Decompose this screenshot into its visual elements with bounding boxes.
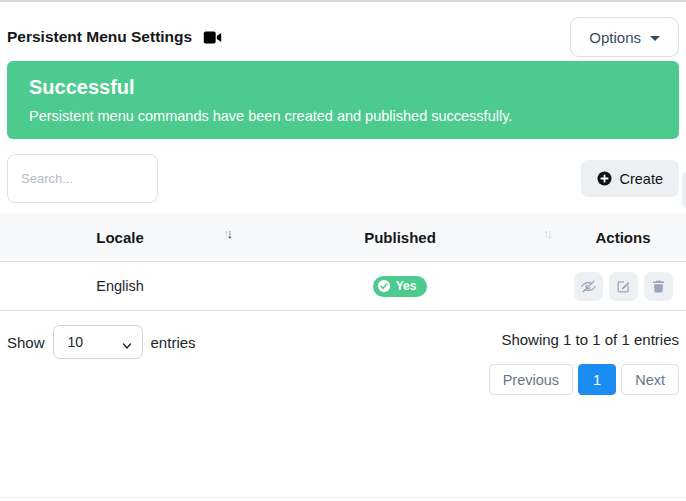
show-label: Show (7, 334, 45, 351)
search-input[interactable] (7, 154, 158, 203)
page-title: Persistent Menu Settings (7, 28, 192, 46)
bottom-border-line (0, 497, 686, 498)
alert-message: Persistent menu commands have been creat… (29, 108, 657, 124)
column-header-locale[interactable]: Locale ↑↓ (0, 213, 240, 261)
column-header-published[interactable]: Published ↑↓ (240, 213, 560, 261)
table-toolbar: Create (7, 154, 679, 203)
table-header-row: Locale ↑↓ Published ↑↓ Actions (0, 213, 686, 262)
options-button[interactable]: Options (570, 17, 679, 57)
options-button-label: Options (589, 29, 641, 46)
page-length-control: Show 10 entries (7, 325, 196, 359)
alert-title: Successful (29, 76, 657, 99)
eye-slash-icon (580, 278, 597, 295)
delete-button[interactable] (644, 272, 673, 301)
success-alert: Successful Persistent menu commands have… (7, 61, 679, 139)
page-header: Persistent Menu Settings Options (7, 2, 679, 59)
showing-entries-text: Showing 1 to 1 of 1 entries (501, 331, 679, 348)
table-row: English Yes (0, 262, 686, 311)
trash-icon (650, 278, 667, 295)
create-button[interactable]: Create (581, 160, 679, 197)
next-page-button[interactable]: Next (621, 364, 679, 395)
page-size-select[interactable]: 10 (53, 325, 143, 359)
plus-circle-icon (597, 171, 612, 186)
row-actions (574, 272, 673, 301)
sort-icon: ↑↓ (543, 226, 550, 241)
edit-button[interactable] (609, 272, 638, 301)
column-header-actions: Actions (560, 213, 686, 261)
page-1-button[interactable]: 1 (578, 364, 616, 395)
clipped-edge-element (682, 172, 686, 208)
caret-down-icon (650, 36, 660, 41)
persistent-menu-settings-page: Persistent Menu Settings Options Success… (0, 2, 686, 395)
sort-icon: ↑↓ (223, 226, 230, 241)
unpublish-button[interactable] (574, 272, 603, 301)
pagination: Previous 1 Next (489, 364, 679, 395)
create-button-label: Create (619, 171, 663, 187)
published-badge-label: Yes (396, 279, 417, 293)
previous-page-button[interactable]: Previous (489, 364, 573, 395)
entries-label: entries (151, 334, 196, 351)
edit-icon (615, 278, 632, 295)
locale-value: English (96, 278, 144, 294)
published-badge: Yes (373, 276, 428, 297)
video-camera-icon (203, 29, 222, 46)
check-circle-icon (377, 279, 391, 293)
table-footer: Show 10 entries Showing 1 to 1 of 1 entr… (7, 325, 679, 395)
locales-table: Locale ↑↓ Published ↑↓ Actions English (0, 213, 686, 311)
